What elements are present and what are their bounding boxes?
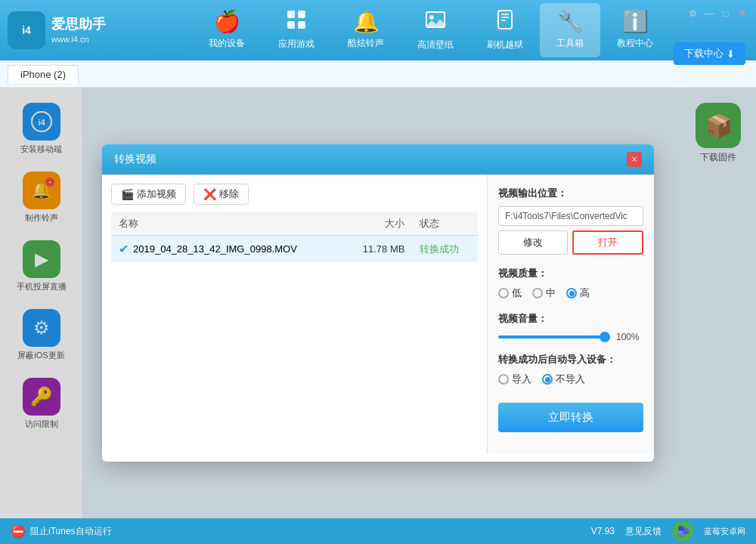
blueberry-badge: 🫐 [672, 521, 693, 542]
settings-icon[interactable]: ⚙ [686, 8, 699, 20]
check-icon: ✔ [119, 242, 129, 256]
import-options: 导入 不导入 [498, 372, 643, 386]
main-content: i4 安装移动端 🔔+ 制作铃声 ▶ 手机投屏直播 ⚙ 屏蔽iOS更新 🔑 [0, 88, 756, 518]
nav-item-my-device[interactable]: 🍎 我的设备 [192, 3, 262, 57]
jailbreak-icon [494, 9, 516, 36]
apple-icon: 🍎 [214, 9, 240, 34]
output-location-title: 视频输出位置： [498, 187, 643, 200]
bottom-left: ⛔ 阻止iTunes自动运行 [11, 524, 112, 539]
remove-button[interactable]: ❌ 移除 [194, 184, 249, 205]
add-icon: 🎬 [121, 188, 134, 200]
file-size-cell: 11.78 MB [344, 236, 413, 263]
svg-rect-7 [501, 14, 509, 15]
svg-rect-3 [298, 21, 305, 29]
path-buttons: 修改 打开 [498, 230, 643, 255]
svg-rect-2 [287, 21, 295, 29]
volume-slider-container: 100% [498, 332, 643, 342]
stop-itunes-label: 阻止iTunes自动运行 [30, 525, 112, 538]
wallpaper-icon [425, 9, 446, 36]
stop-icon: ⛔ [11, 524, 26, 539]
maximize-icon[interactable]: □ [720, 8, 732, 20]
output-path: F:\i4Tools7\Files\ConvertedVic [498, 206, 643, 226]
logo-icon: i4 [8, 11, 45, 49]
logo-text: 爱思助手 www.i4.cn [51, 15, 106, 46]
blueberry-text: 蓝莓安卓网 [704, 526, 745, 537]
svg-rect-9 [501, 20, 506, 21]
import-yes[interactable]: 导入 [498, 372, 531, 386]
col-size: 大小 [344, 212, 413, 236]
nav-item-toolbox[interactable]: 🔧 工具箱 [540, 3, 600, 57]
quality-title: 视频质量： [498, 267, 643, 280]
svg-rect-0 [287, 11, 295, 18]
svg-rect-1 [298, 11, 305, 18]
dialog-body: 🎬 添加视频 ❌ 移除 名称 大小 [102, 175, 654, 454]
col-status: 状态 [412, 212, 478, 236]
auto-import-section: 转换成功后自动导入设备： 导入 不导入 [498, 353, 643, 386]
convert-video-dialog: 转换视频 × 🎬 添加视频 ❌ 移除 [102, 144, 654, 462]
video-quality-section: 视频质量： 低 中 高 [498, 267, 643, 300]
quality-low[interactable]: 低 [498, 286, 522, 300]
info-icon: ℹ️ [622, 9, 649, 34]
nav-item-ringtones[interactable]: 🔔 酷炫铃声 [331, 3, 401, 57]
open-button[interactable]: 打开 [572, 230, 643, 255]
output-location-section: 视频输出位置： F:\i4Tools7\Files\ConvertedVic 修… [498, 187, 643, 255]
minimize-icon[interactable]: — [703, 8, 715, 20]
auto-import-title: 转换成功后自动导入设备： [498, 353, 643, 366]
window-controls-row: ⚙ — □ ✕ [686, 8, 748, 20]
second-bar: iPhone (2) [0, 60, 756, 88]
remove-icon: ❌ [203, 188, 216, 200]
volume-slider-fill [498, 335, 610, 338]
app-icon [286, 9, 307, 35]
radio-no-import-icon [542, 374, 553, 385]
feedback-label[interactable]: 意见反馈 [625, 525, 662, 538]
volume-slider-thumb[interactable] [600, 332, 610, 342]
dialog-title: 转换视频 [114, 153, 156, 166]
nav-items: 🍎 我的设备 应用游戏 🔔 酷炫铃声 高清壁纸 刷机越狱 🔧 [113, 3, 748, 57]
bell-icon: 🔔 [353, 9, 380, 34]
dialog-left-panel: 🎬 添加视频 ❌ 移除 名称 大小 [102, 175, 488, 454]
radio-high-icon [566, 288, 577, 298]
dialog-toolbar: 🎬 添加视频 ❌ 移除 [111, 184, 478, 205]
video-volume-section: 视频音量： 100% [498, 312, 643, 342]
bottom-bar: ⛔ 阻止iTunes自动运行 V7.93 意见反馈 🫐 蓝莓安卓网 [0, 518, 756, 544]
dialog-right-panel: 视频输出位置： F:\i4Tools7\Files\ConvertedVic 修… [488, 175, 654, 454]
quality-mid[interactable]: 中 [532, 286, 556, 300]
quality-options: 低 中 高 [498, 286, 643, 300]
convert-button[interactable]: 立即转换 [498, 403, 643, 432]
volume-slider-track[interactable] [498, 335, 610, 338]
version-label: V7.93 [591, 526, 615, 536]
table-row[interactable]: ✔ 2019_04_28_13_42_IMG_0998.MOV 11.78 MB… [111, 236, 478, 263]
download-arrow-icon: ⬇ [727, 48, 735, 60]
file-status-cell: 转换成功 [412, 236, 478, 263]
radio-import-icon [498, 374, 509, 385]
close-icon[interactable]: ✕ [736, 8, 748, 20]
blueberry-icon: 🫐 [677, 525, 689, 537]
import-no[interactable]: 不导入 [542, 372, 585, 386]
radio-mid-icon [532, 288, 543, 298]
col-name: 名称 [111, 212, 344, 236]
add-video-button[interactable]: 🎬 添加视频 [111, 184, 186, 205]
nav-item-wallpapers[interactable]: 高清壁纸 [401, 3, 470, 57]
dialog-header: 转换视频 × [102, 144, 654, 175]
table-header-row: 名称 大小 状态 [111, 212, 478, 236]
file-table: 名称 大小 状态 ✔ 2019_04_28_13_42_IMG_0998 [111, 212, 478, 262]
svg-point-5 [429, 15, 434, 20]
modify-button[interactable]: 修改 [498, 230, 568, 255]
download-center-button[interactable]: 下载中心 ⬇ [674, 42, 745, 65]
bottom-right: V7.93 意见反馈 🫐 蓝莓安卓网 [591, 521, 745, 542]
logo-area: i4 爱思助手 www.i4.cn [8, 11, 113, 49]
top-bar: i4 爱思助手 www.i4.cn 🍎 我的设备 应用游戏 🔔 酷炫铃声 高清壁… [0, 0, 756, 60]
svg-rect-8 [501, 17, 509, 18]
dialog-overlay: 转换视频 × 🎬 添加视频 ❌ 移除 [0, 88, 756, 518]
device-tab[interactable]: iPhone (2) [8, 65, 79, 83]
radio-low-icon [498, 288, 509, 298]
toolbox-icon: 🔧 [557, 9, 584, 34]
dialog-close-button[interactable]: × [627, 152, 642, 167]
nav-item-app-games[interactable]: 应用游戏 [262, 3, 331, 57]
file-name-cell: ✔ 2019_04_28_13_42_IMG_0998.MOV [111, 236, 344, 263]
volume-value: 100% [616, 332, 643, 342]
nav-item-tutorials[interactable]: ℹ️ 教程中心 [600, 3, 670, 57]
volume-title: 视频音量： [498, 312, 643, 326]
nav-item-jailbreak[interactable]: 刷机越狱 [470, 3, 540, 57]
quality-high[interactable]: 高 [566, 286, 590, 300]
